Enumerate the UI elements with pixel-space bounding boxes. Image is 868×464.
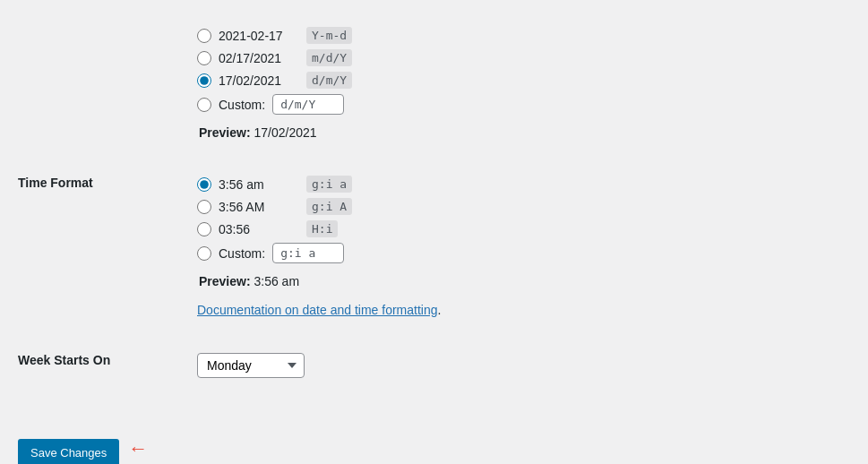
date-format-radio-custom[interactable] xyxy=(197,98,211,112)
time-format-code-3: H:i xyxy=(306,220,338,237)
time-format-preview: Preview: 3:56 am xyxy=(197,274,841,288)
time-format-option-custom: Custom: xyxy=(197,243,841,263)
date-format-preview-label: Preview: xyxy=(199,125,251,140)
date-format-code-2: m/d/Y xyxy=(306,49,352,66)
date-format-radio-1[interactable] xyxy=(197,29,211,43)
date-format-option-2: 02/17/2021 m/d/Y xyxy=(197,49,841,66)
date-format-code-3: d/m/Y xyxy=(306,72,352,89)
doc-link[interactable]: Documentation on date and time formattin… xyxy=(197,303,438,317)
date-format-option-3: 17/02/2021 d/m/Y xyxy=(197,72,841,89)
save-row xyxy=(197,403,841,412)
time-format-radio-1[interactable] xyxy=(197,177,211,192)
date-format-preview: Preview: 17/02/2021 xyxy=(197,125,841,140)
time-format-custom-input[interactable] xyxy=(272,243,344,263)
doc-link-container: Documentation on date and time formattin… xyxy=(197,303,841,317)
date-format-label-1[interactable]: 2021-02-17 xyxy=(219,29,299,43)
date-format-label-3[interactable]: 17/02/2021 xyxy=(219,73,299,88)
week-starts-on-select[interactable]: Sunday Monday Tuesday Wednesday Thursday… xyxy=(197,353,305,378)
time-format-code-2: g:i A xyxy=(306,198,352,215)
time-format-option-2: 3:56 AM g:i A xyxy=(197,198,841,215)
date-format-option-custom: Custom: xyxy=(197,94,841,115)
date-format-option-1: 2021-02-17 Y-m-d xyxy=(197,27,841,44)
doc-link-period: . xyxy=(438,303,442,317)
date-format-code-1: Y-m-d xyxy=(306,27,352,44)
time-format-radio-3[interactable] xyxy=(197,222,211,236)
time-format-label: Time Format xyxy=(18,167,197,326)
date-format-preview-value: 17/02/2021 xyxy=(254,125,316,140)
date-format-custom-input[interactable] xyxy=(272,94,344,115)
date-format-label-2[interactable]: 02/17/2021 xyxy=(219,51,299,65)
date-format-group: 2021-02-17 Y-m-d 02/17/2021 m/d/Y 17/02/… xyxy=(197,27,841,140)
date-format-label-custom[interactable]: Custom: xyxy=(219,98,265,112)
time-format-label-2[interactable]: 3:56 AM xyxy=(219,200,299,214)
save-section: Save Changes ← xyxy=(18,430,850,464)
time-format-preview-value: 3:56 am xyxy=(254,274,299,288)
week-starts-on-label: Week Starts On xyxy=(18,344,197,387)
save-changes-button[interactable]: Save Changes xyxy=(18,439,119,464)
time-format-label-1[interactable]: 3:56 am xyxy=(219,177,299,192)
time-format-group: 3:56 am g:i a 3:56 AM g:i A 03:56 H:i xyxy=(197,176,841,317)
time-format-label-3[interactable]: 03:56 xyxy=(219,222,299,236)
time-format-option-3: 03:56 H:i xyxy=(197,220,841,237)
time-format-preview-label: Preview: xyxy=(199,274,251,288)
time-format-code-1: g:i a xyxy=(306,176,352,193)
time-format-radio-custom[interactable] xyxy=(197,246,211,261)
date-format-radio-3[interactable] xyxy=(197,73,211,88)
arrow-indicator: ← xyxy=(128,437,148,460)
time-format-radio-2[interactable] xyxy=(197,200,211,214)
time-format-label-custom[interactable]: Custom: xyxy=(219,246,265,261)
date-format-radio-2[interactable] xyxy=(197,51,211,65)
time-format-option-1: 3:56 am g:i a xyxy=(197,176,841,193)
